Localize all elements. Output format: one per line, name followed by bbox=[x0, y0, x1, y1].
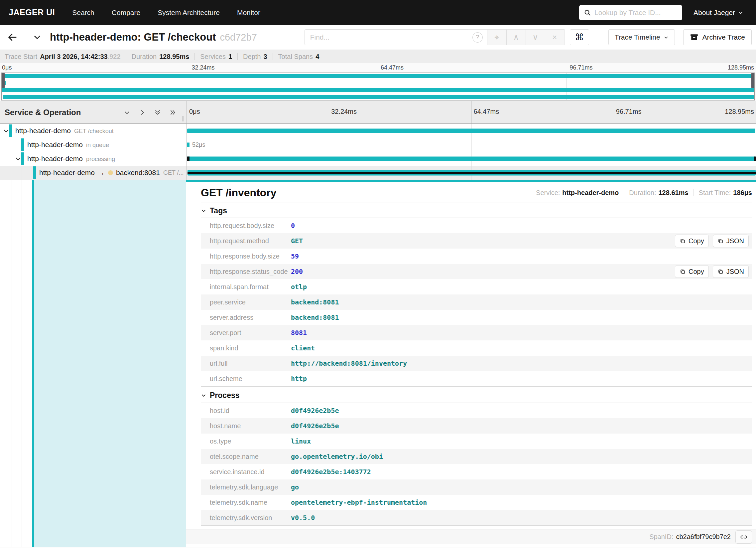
span-peer-name: backend:8081 bbox=[116, 169, 160, 177]
kv-key: internal.span.format bbox=[201, 283, 291, 291]
span-bar[interactable] bbox=[187, 157, 756, 161]
minimap-tick: 64.47ms bbox=[381, 64, 404, 71]
kv-key: host.id bbox=[201, 407, 291, 415]
about-jaeger-menu[interactable]: About Jaeger bbox=[694, 9, 743, 17]
nav-item-compare[interactable]: Compare bbox=[112, 9, 140, 17]
minimap-right-scrubber[interactable] bbox=[751, 73, 754, 88]
copy-value-button[interactable]: Copy bbox=[675, 265, 709, 278]
trace-collapse-toggle[interactable] bbox=[33, 33, 42, 42]
clear-find-button[interactable]: × bbox=[545, 29, 565, 45]
process-section-toggle[interactable]: Process bbox=[201, 390, 752, 400]
span-row-in-queue[interactable]: http-header-demo in queue 52μs bbox=[0, 138, 756, 152]
find-group: ? ⌖ ∧ ∨ × bbox=[304, 29, 565, 45]
copy-icon bbox=[679, 268, 686, 275]
focus-match-button[interactable]: ⌖ bbox=[487, 29, 507, 45]
span-id-value: cb2a6fbf79c9b7e2 bbox=[676, 533, 731, 541]
trace-id-lookup[interactable] bbox=[579, 5, 682, 20]
selected-span-highlight-column[interactable] bbox=[34, 180, 186, 547]
depth-value: 3 bbox=[263, 53, 267, 60]
expand-all-icon[interactable] bbox=[169, 109, 177, 116]
process-table: host.idd0f4926e2b5ehost.named0f4926e2b5e… bbox=[201, 402, 752, 526]
total-spans-value: 4 bbox=[316, 53, 319, 60]
kv-key: service.instance.id bbox=[201, 468, 291, 476]
duration-label: Duration bbox=[132, 53, 157, 60]
prev-match-button[interactable]: ∧ bbox=[507, 29, 526, 45]
nav-item-system-architecture[interactable]: System Architecture bbox=[157, 9, 220, 17]
column-resizer-handle[interactable] bbox=[182, 116, 184, 121]
span-detail-title: GET /inventory bbox=[201, 187, 277, 199]
kv-row: peer.servicebackend:8081 bbox=[201, 295, 752, 310]
trace-id-lookup-input[interactable] bbox=[595, 9, 677, 17]
kv-row-actions: CopyJSON bbox=[675, 234, 749, 247]
detail-start-label: Start Time: bbox=[699, 189, 731, 197]
kv-row: http.request.body.size0 bbox=[201, 218, 752, 233]
archive-trace-label: Archive Trace bbox=[703, 33, 745, 41]
chevron-down-icon bbox=[738, 10, 743, 15]
kv-value: backend:8081 bbox=[291, 298, 339, 306]
selected-span-bar[interactable] bbox=[188, 170, 756, 176]
trace-minimap: 0μs 32.24ms 64.47ms 96.71ms 128.95ms bbox=[0, 63, 756, 101]
focus-icon: ⌖ bbox=[494, 33, 499, 42]
collapse-one-icon[interactable] bbox=[123, 109, 131, 116]
span-detail-panel: GET /inventory Service: http-header-demo… bbox=[186, 180, 756, 547]
kv-value: GET bbox=[291, 237, 303, 245]
deep-link-button[interactable] bbox=[736, 530, 752, 544]
kv-key: http.request.method bbox=[201, 237, 291, 245]
span-collapse-icon[interactable] bbox=[15, 156, 21, 162]
trace-title-text: http-header-demo: GET /checkout bbox=[50, 31, 216, 43]
find-help-button[interactable]: ? bbox=[468, 29, 487, 45]
link-icon bbox=[740, 533, 748, 541]
trace-view-select[interactable]: Trace Timeline bbox=[608, 29, 675, 45]
copy-value-button[interactable]: Copy bbox=[675, 234, 709, 247]
kv-row: internal.span.formatotlp bbox=[201, 279, 752, 295]
tags-section-toggle[interactable]: Tags bbox=[201, 206, 752, 216]
nav-item-search[interactable]: Search bbox=[72, 9, 94, 17]
keyboard-shortcuts-button[interactable]: ⌘ bbox=[570, 29, 589, 45]
span-row-backend-get[interactable]: http-header-demo → backend:8081 GET /... bbox=[0, 166, 756, 180]
trace-title: http-header-demo: GET /checkoutc6d72b7 bbox=[50, 31, 257, 43]
trace-summary-bar: Trace Start April 3 2026, 14:42:33 .922 … bbox=[0, 50, 756, 63]
copy-icon bbox=[717, 268, 724, 275]
axis-tick: 32.24ms bbox=[331, 108, 357, 116]
kv-value: 8081 bbox=[291, 329, 307, 337]
depth-label: Depth bbox=[243, 53, 261, 60]
kv-row: service.instance.idd0f4926e2b5e:1403772 bbox=[201, 464, 752, 479]
kv-value: 200 bbox=[291, 267, 303, 275]
kv-value: d0f4926e2b5e bbox=[291, 422, 339, 430]
axis-tick: 64.47ms bbox=[474, 108, 499, 116]
arrow-right-icon: → bbox=[98, 169, 105, 177]
span-operation-name: GET /checkout bbox=[74, 128, 114, 135]
minimap-span-bar bbox=[2, 74, 753, 78]
kv-row: host.named0f4926e2b5e bbox=[201, 418, 752, 434]
collapse-all-icon[interactable] bbox=[154, 109, 161, 116]
axis-tick: 128.95ms bbox=[725, 108, 754, 116]
timeline-axis-header: 0μs 32.24ms 64.47ms 96.71ms 128.95ms bbox=[186, 101, 756, 123]
minimap-span-bar bbox=[2, 88, 754, 92]
kv-row: os.typelinux bbox=[201, 434, 752, 449]
span-bar[interactable] bbox=[187, 143, 189, 147]
kv-value: opentelemetry-ebpf-instrumentation bbox=[291, 499, 427, 506]
kv-key: server.address bbox=[201, 314, 291, 322]
minimap-span-bar bbox=[3, 95, 754, 99]
find-input[interactable] bbox=[304, 29, 468, 45]
minimap-canvas[interactable] bbox=[1, 73, 755, 100]
span-row-processing[interactable]: http-header-demo processing bbox=[0, 152, 756, 166]
chevron-up-icon: ∧ bbox=[513, 33, 519, 42]
span-collapse-icon[interactable] bbox=[3, 127, 10, 134]
minimap-left-scrubber[interactable] bbox=[2, 73, 5, 88]
axis-tick: 0μs bbox=[189, 108, 200, 116]
span-bar[interactable] bbox=[187, 129, 756, 133]
axis-tick: 96.71ms bbox=[616, 108, 642, 116]
next-match-button[interactable]: ∨ bbox=[526, 29, 545, 45]
view-json-button[interactable]: JSON bbox=[713, 265, 749, 278]
back-button[interactable] bbox=[0, 25, 25, 50]
kv-row-actions: CopyJSON bbox=[675, 265, 749, 278]
nav-item-monitor[interactable]: Monitor bbox=[237, 9, 260, 17]
span-duration-label: 52μs bbox=[192, 141, 205, 148]
archive-trace-button[interactable]: Archive Trace bbox=[683, 29, 752, 45]
span-row-get-checkout[interactable]: http-header-demo GET /checkout bbox=[0, 124, 756, 138]
expand-one-icon[interactable] bbox=[139, 109, 146, 116]
view-json-button[interactable]: JSON bbox=[713, 234, 749, 247]
kv-row: telemetry.sdk.nameopentelemetry-ebpf-ins… bbox=[201, 495, 752, 510]
app-brand: JAEGER UI bbox=[9, 8, 55, 17]
